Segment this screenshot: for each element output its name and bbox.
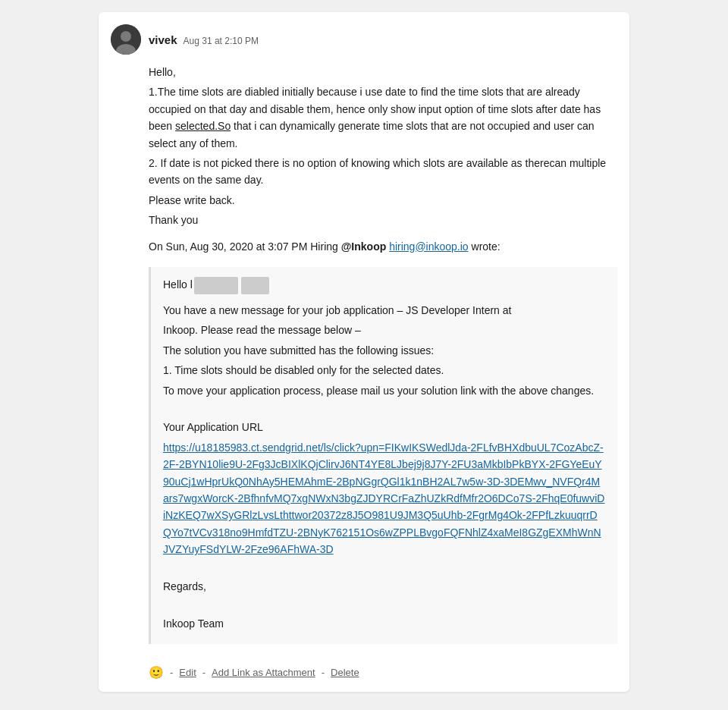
message-actions: 🙂 - Edit - Add Link as Attachment - Dele… xyxy=(111,656,617,680)
message-time: Aug 31 at 2:10 PM xyxy=(184,36,259,46)
edit-button[interactable]: Edit xyxy=(179,667,196,678)
page-container: vivek Aug 31 at 2:10 PM Hello, 1.The tim… xyxy=(0,0,728,710)
avatar xyxy=(111,24,141,55)
thank-you: Thank you xyxy=(149,212,617,228)
point2-text: 2. If date is not picked there is no opt… xyxy=(149,155,617,189)
on-line: On Sun, Aug 30, 2020 at 3:07 PM Hiring @… xyxy=(149,238,617,255)
app-url-link[interactable]: https://u18185983.ct.sendgrid.net/ls/cli… xyxy=(163,441,604,555)
quoted-header: Hello l████ ████ xyxy=(163,276,605,294)
point1-text: 1.The time slots are diabled initially b… xyxy=(149,83,617,152)
app-url-label: Your Application URL xyxy=(163,419,605,435)
selected-link[interactable]: selected.So xyxy=(175,120,231,132)
svg-point-1 xyxy=(121,31,131,42)
sender-name: vivek xyxy=(149,33,177,46)
separator-2: - xyxy=(202,667,206,678)
emoji-reaction-icon[interactable]: 🙂 xyxy=(149,665,164,680)
message-meta: vivek Aug 31 at 2:10 PM xyxy=(149,33,259,46)
add-link-button[interactable]: Add Link as Attachment xyxy=(212,667,315,678)
quoted-line4: 1. Time slots should be disabled only fo… xyxy=(163,362,605,379)
regards: Regards, xyxy=(163,578,605,595)
quoted-line3: The solution you have submitted has the … xyxy=(163,342,605,359)
redacted-text-2: ███ xyxy=(241,277,270,294)
quoted-line2: Inkoop. Please read the message below – xyxy=(163,322,605,338)
greeting: Hello, xyxy=(149,64,617,80)
team: Inkoop Team xyxy=(163,615,605,632)
app-url-paragraph: https://u18185983.ct.sendgrid.net/ls/cli… xyxy=(163,439,605,558)
redacted-text-1: ████ █ xyxy=(194,277,238,294)
separator-3: - xyxy=(322,667,325,678)
please-write: Please write back. xyxy=(149,192,617,209)
message-header: vivek Aug 31 at 2:10 PM xyxy=(111,24,617,55)
quoted-line5: To move your application process, please… xyxy=(163,382,605,399)
company-name: @Inkoop xyxy=(341,240,387,253)
quoted-body: You have a new message for your job appl… xyxy=(163,302,605,632)
quoted-line1: You have a new message for your job appl… xyxy=(163,302,605,319)
delete-button[interactable]: Delete xyxy=(331,667,359,678)
message-body: Hello, 1.The time slots are diabled init… xyxy=(111,64,617,644)
email-link[interactable]: hiring@inkoop.io xyxy=(389,240,469,253)
separator-1: - xyxy=(170,667,173,678)
quoted-message: Hello l████ ████ You have a new message … xyxy=(149,267,617,644)
message-container: vivek Aug 31 at 2:10 PM Hello, 1.The tim… xyxy=(99,12,629,692)
